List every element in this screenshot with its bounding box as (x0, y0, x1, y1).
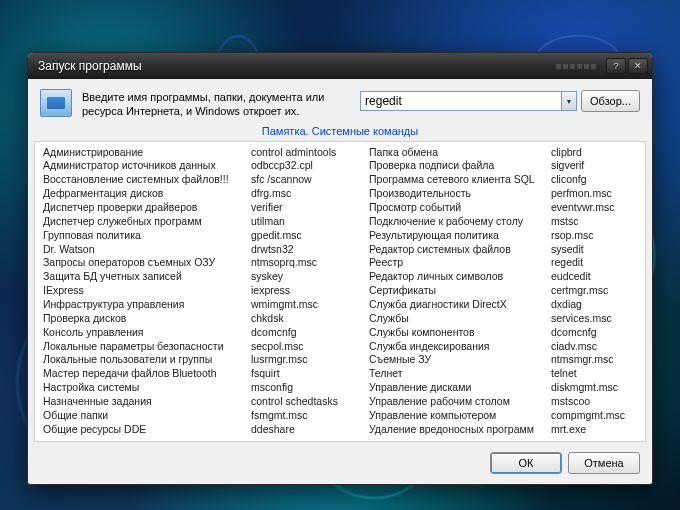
run-dialog: Запуск программы ? ✕ Введите имя програм… (27, 52, 653, 485)
command-item[interactable]: Папка обмена (369, 146, 543, 160)
command-item[interactable]: mstscoo (551, 395, 637, 409)
command-item[interactable]: Диспетчер проверки драйверов (43, 201, 243, 215)
browse-button[interactable]: Обзор... (581, 90, 640, 112)
command-item[interactable]: Инфраструктура управления (43, 298, 243, 312)
command-item[interactable]: perfmon.msc (551, 187, 637, 201)
command-item[interactable]: ddeshare (251, 423, 361, 437)
command-item[interactable]: Запросы операторов съемных ОЗУ (43, 256, 243, 270)
command-item[interactable]: msconfig (251, 381, 361, 395)
command-item[interactable]: odbccp32.cpl (251, 159, 361, 173)
command-item[interactable]: Производительность (369, 187, 543, 201)
command-item[interactable]: drwtsn32 (251, 243, 361, 257)
command-item[interactable]: Службы (369, 312, 543, 326)
command-item[interactable]: services.msc (551, 312, 637, 326)
command-item[interactable]: Локальные пользователи и группы (43, 353, 243, 367)
command-item[interactable]: mstsc (551, 215, 637, 229)
command-item[interactable]: clipbrd (551, 146, 637, 160)
command-item[interactable]: utilman (251, 215, 361, 229)
command-item[interactable]: Локальные параметры безопасности (43, 340, 243, 354)
command-item[interactable]: diskmgmt.msc (551, 381, 637, 395)
command-item[interactable]: Результирующая политика (369, 229, 543, 243)
commands-panel: АдминистрированиеАдминистратор источнико… (34, 141, 646, 442)
command-item[interactable]: Удаление вредоносных программ (369, 423, 543, 437)
command-input[interactable] (360, 91, 562, 111)
command-item[interactable]: Администратор источников данных (43, 159, 243, 173)
command-item[interactable]: ntmsoprq.msc (251, 256, 361, 270)
command-item[interactable]: Дефрагментация дисков (43, 187, 243, 201)
dropdown-button[interactable]: ▼ (562, 91, 577, 111)
command-item[interactable]: secpol.msc (251, 340, 361, 354)
command-item[interactable]: Телнет (369, 367, 543, 381)
command-item[interactable]: Редактор личных символов (369, 270, 543, 284)
command-item[interactable]: iexpress (251, 284, 361, 298)
close-button[interactable]: ✕ (628, 58, 648, 74)
command-item[interactable]: Диспетчер служебных программ (43, 215, 243, 229)
command-item[interactable]: Консоль управления (43, 326, 243, 340)
command-item[interactable]: wmimgmt.msc (251, 298, 361, 312)
command-item[interactable]: Управление компьютером (369, 409, 543, 423)
help-button[interactable]: ? (606, 58, 626, 74)
command-item[interactable]: Управление рабочим столом (369, 395, 543, 409)
command-item[interactable]: telnet (551, 367, 637, 381)
command-item[interactable]: Проверка подписи файла (369, 159, 543, 173)
command-item[interactable]: Служба диагностики DirectX (369, 298, 543, 312)
command-item[interactable]: Служба индексирования (369, 340, 543, 354)
command-item[interactable]: control admintools (251, 146, 361, 160)
command-item[interactable]: verifier (251, 201, 361, 215)
command-item[interactable]: Администрирование (43, 146, 243, 160)
command-item[interactable]: eudcedit (551, 270, 637, 284)
command-item[interactable]: Программа сетевого клиента SQL (369, 173, 543, 187)
command-item[interactable]: dxdiag (551, 298, 637, 312)
command-item[interactable]: Службы компонентов (369, 326, 543, 340)
command-item[interactable]: Съемные ЗУ (369, 353, 543, 367)
command-item[interactable]: chkdsk (251, 312, 361, 326)
command-item[interactable]: control schedtasks (251, 395, 361, 409)
command-item[interactable]: Редактор системных файлов (369, 243, 543, 257)
ok-button[interactable]: ОК (490, 452, 562, 474)
command-item[interactable]: Общие ресурсы DDE (43, 423, 243, 437)
command-item[interactable]: syskey (251, 270, 361, 284)
command-item[interactable]: Сертификаты (369, 284, 543, 298)
cancel-button[interactable]: Отмена (568, 452, 640, 474)
command-item[interactable]: regedit (551, 256, 637, 270)
command-item[interactable]: dcomcnfg (251, 326, 361, 340)
command-col-cmds-2: clipbrdsigverifcliconfgperfmon.msceventv… (551, 146, 637, 437)
command-item[interactable]: certmgr.msc (551, 284, 637, 298)
command-item[interactable]: gpedit.msc (251, 229, 361, 243)
command-col-names-2: Папка обменаПроверка подписи файлаПрогра… (369, 146, 543, 437)
command-item[interactable]: mrt.exe (551, 423, 637, 437)
command-item[interactable]: fsmgmt.msc (251, 409, 361, 423)
command-item[interactable]: Dr. Watson (43, 243, 243, 257)
command-item[interactable]: eventvwr.msc (551, 201, 637, 215)
command-item[interactable]: rsop.msc (551, 229, 637, 243)
command-item[interactable]: sysedit (551, 243, 637, 257)
command-item[interactable]: Управление дисками (369, 381, 543, 395)
titlebar[interactable]: Запуск программы ? ✕ (28, 53, 652, 79)
command-item[interactable]: Мастер передачи файлов Bluetooth (43, 367, 243, 381)
header-row: Введите имя программы, папки, документа … (28, 79, 652, 125)
command-item[interactable]: Просмотр событий (369, 201, 543, 215)
command-item[interactable]: ntmsmgr.msc (551, 353, 637, 367)
command-item[interactable]: Групповая политика (43, 229, 243, 243)
command-item[interactable]: Защита БД учетных записей (43, 270, 243, 284)
command-item[interactable]: Назначенные задания (43, 395, 243, 409)
hint-link[interactable]: Памятка. Системные команды (28, 125, 652, 141)
command-item[interactable]: Настройка системы (43, 381, 243, 395)
command-item[interactable]: cliconfg (551, 173, 637, 187)
command-item[interactable]: sfc /scannow (251, 173, 361, 187)
command-col-names-1: АдминистрированиеАдминистратор источнико… (43, 146, 243, 437)
command-item[interactable]: Общие папки (43, 409, 243, 423)
command-item[interactable]: Подключение к рабочему столу (369, 215, 543, 229)
command-item[interactable]: dfrg.msc (251, 187, 361, 201)
command-item[interactable]: dcomcnfg (551, 326, 637, 340)
command-item[interactable]: fsquirt (251, 367, 361, 381)
command-item[interactable]: ciadv.msc (551, 340, 637, 354)
command-item[interactable]: Реестр (369, 256, 543, 270)
command-item[interactable]: Проверка дисков (43, 312, 243, 326)
command-item[interactable]: IExpress (43, 284, 243, 298)
command-item[interactable]: compmgmt.msc (551, 409, 637, 423)
command-col-cmds-1: control admintoolsodbccp32.cplsfc /scann… (251, 146, 361, 437)
command-item[interactable]: Восстановление системных файлов!!! (43, 173, 243, 187)
command-item[interactable]: sigverif (551, 159, 637, 173)
command-item[interactable]: lusrmgr.msc (251, 353, 361, 367)
